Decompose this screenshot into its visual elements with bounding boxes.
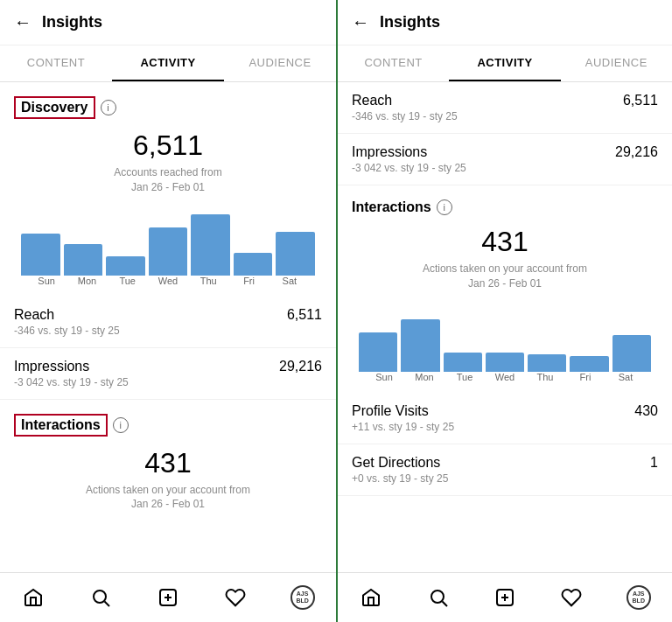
right-interactions-subtext: Actions taken on your account fromJan 26… xyxy=(352,262,658,291)
bar-day-label: Sat xyxy=(271,276,308,286)
bar-primary xyxy=(359,332,397,372)
bar-day-label: Thu xyxy=(527,372,564,382)
left-discovery-chart: SunMonTueWedThuFriSat xyxy=(14,206,322,286)
left-impressions-sub: -3 042 vs. sty 19 - sty 25 xyxy=(14,376,322,388)
left-discovery-subtext: Accounts reached fromJan 26 - Feb 01 xyxy=(14,165,322,195)
right-reach-label: Reach xyxy=(352,93,392,108)
right-profile-visits-row: Profile Visits 430 +11 vs. sty 19 - sty … xyxy=(338,393,672,444)
right-interactions-info-icon[interactable]: i xyxy=(437,199,452,215)
right-nav-home[interactable] xyxy=(355,582,387,613)
bar-day-label: Tue xyxy=(446,372,483,382)
bar-day-label: Sun xyxy=(366,372,402,382)
bar-primary xyxy=(276,232,315,276)
bar-wrap xyxy=(276,232,315,276)
left-impressions-label: Impressions xyxy=(14,359,89,374)
bar-wrap xyxy=(359,332,397,372)
right-header: ← Insights xyxy=(338,0,672,45)
right-directions-label: Get Directions xyxy=(352,455,440,471)
left-nav-home[interactable] xyxy=(18,582,49,613)
svg-point-0 xyxy=(94,591,106,603)
left-impressions-value: 29,216 xyxy=(279,359,322,374)
left-profile-icon: AJSBLD xyxy=(290,585,315,610)
left-nav-search[interactable] xyxy=(85,582,116,613)
left-discovery-info-icon[interactable]: i xyxy=(101,100,116,115)
bar-primary xyxy=(149,227,188,276)
left-panel: ← Insights CONTENT ACTIVITY AUDIENCE Dis… xyxy=(0,0,336,622)
right-panel: ← Insights CONTENT ACTIVITY AUDIENCE Rea… xyxy=(336,0,672,622)
bar-primary xyxy=(570,356,608,372)
right-impressions-label: Impressions xyxy=(352,144,427,160)
bar-primary xyxy=(528,354,566,372)
left-tabs: CONTENT ACTIVITY AUDIENCE xyxy=(0,45,336,82)
bar-wrap xyxy=(21,234,60,276)
right-directions-sub: +0 vs. sty 19 - sty 25 xyxy=(352,472,658,485)
right-profile-visits-sub: +11 vs. sty 19 - sty 25 xyxy=(352,421,658,433)
right-nav-profile[interactable]: AJSBLD xyxy=(623,582,654,613)
svg-line-1 xyxy=(105,602,110,607)
right-nav-heart[interactable] xyxy=(556,582,587,613)
left-nav-add[interactable] xyxy=(152,582,184,613)
left-interactions-title: Interactions xyxy=(14,414,108,437)
bar-day-label: Tue xyxy=(109,276,146,286)
bar-day-label: Mon xyxy=(406,372,443,382)
right-reach-row: Reach 6,511 -346 vs. sty 19 - sty 25 xyxy=(338,82,672,134)
bar-wrap xyxy=(149,227,188,276)
left-impressions-row: Impressions 29,216 -3 042 vs. sty 19 - s… xyxy=(0,348,336,400)
bar-wrap xyxy=(612,335,651,372)
right-impressions-sub: -3 042 vs. sty 19 - sty 25 xyxy=(352,162,658,174)
right-reach-value: 6,511 xyxy=(623,93,658,108)
right-interactions-title: Interactions xyxy=(352,199,431,215)
left-reach-label: Reach xyxy=(14,307,54,323)
left-bars xyxy=(21,206,315,276)
right-tab-audience[interactable]: AUDIENCE xyxy=(561,45,672,81)
left-interactions-subtext: Actions taken on your account fromJan 26… xyxy=(14,483,322,513)
bar-day-label: Mon xyxy=(68,276,105,286)
right-nav-add[interactable] xyxy=(489,582,521,613)
left-reach-sub: -346 vs. sty 19 - sty 25 xyxy=(14,325,322,337)
right-page-title: Insights xyxy=(380,13,440,31)
left-reach-value: 6,511 xyxy=(287,307,322,323)
bar-wrap xyxy=(64,244,103,276)
bar-day-label: Wed xyxy=(486,372,523,382)
bar-primary xyxy=(401,319,439,372)
bar-day-label: Sat xyxy=(607,372,644,382)
left-interactions-number: 431 xyxy=(14,447,322,479)
left-tab-audience[interactable]: AUDIENCE xyxy=(224,45,336,81)
bar-wrap xyxy=(486,353,524,372)
right-tab-activity[interactable]: ACTIVITY xyxy=(449,45,560,81)
left-content: Discovery i 6,511 Accounts reached fromJ… xyxy=(0,82,336,572)
bar-wrap xyxy=(528,354,566,372)
right-interactions-title-row: Interactions i xyxy=(352,199,658,215)
right-interactions-number: 431 xyxy=(352,226,658,258)
right-impressions-row: Impressions 29,216 -3 042 vs. sty 19 - s… xyxy=(338,134,672,185)
bar-wrap xyxy=(401,319,439,372)
bar-primary xyxy=(444,353,482,372)
right-tab-content[interactable]: CONTENT xyxy=(338,45,449,81)
bar-day-label: Fri xyxy=(230,276,267,286)
right-tabs: CONTENT ACTIVITY AUDIENCE xyxy=(338,45,672,82)
right-reach-sub: -346 vs. sty 19 - sty 25 xyxy=(352,110,658,122)
left-discovery-number: 6,511 xyxy=(14,129,322,162)
bar-day-label: Wed xyxy=(150,276,186,286)
left-interactions-info-icon[interactable]: i xyxy=(113,417,129,433)
bar-day-label: Sun xyxy=(28,276,65,286)
left-nav-profile[interactable]: AJSBLD xyxy=(287,582,318,613)
right-directions-value: 1 xyxy=(650,455,658,471)
right-profile-icon: AJSBLD xyxy=(626,585,651,610)
right-back-button[interactable]: ← xyxy=(352,12,369,32)
bar-day-label: Fri xyxy=(567,372,604,382)
bar-primary xyxy=(234,253,273,276)
left-discovery-section: Discovery i 6,511 Accounts reached fromJ… xyxy=(0,82,336,286)
right-directions-row: Get Directions 1 +0 vs. sty 19 - sty 25 xyxy=(338,444,672,496)
left-nav-heart[interactable] xyxy=(220,582,251,613)
bar-wrap xyxy=(106,256,145,276)
left-header: ← Insights xyxy=(0,0,336,45)
right-nav-search[interactable] xyxy=(423,582,454,613)
bar-wrap xyxy=(191,214,230,276)
left-tab-activity[interactable]: ACTIVITY xyxy=(112,45,224,81)
right-profile-visits-label: Profile Visits xyxy=(352,403,429,419)
left-tab-content[interactable]: CONTENT xyxy=(0,45,112,81)
left-back-button[interactable]: ← xyxy=(14,12,32,32)
left-discovery-title-row: Discovery i xyxy=(14,96,322,119)
right-impressions-value: 29,216 xyxy=(615,144,658,160)
